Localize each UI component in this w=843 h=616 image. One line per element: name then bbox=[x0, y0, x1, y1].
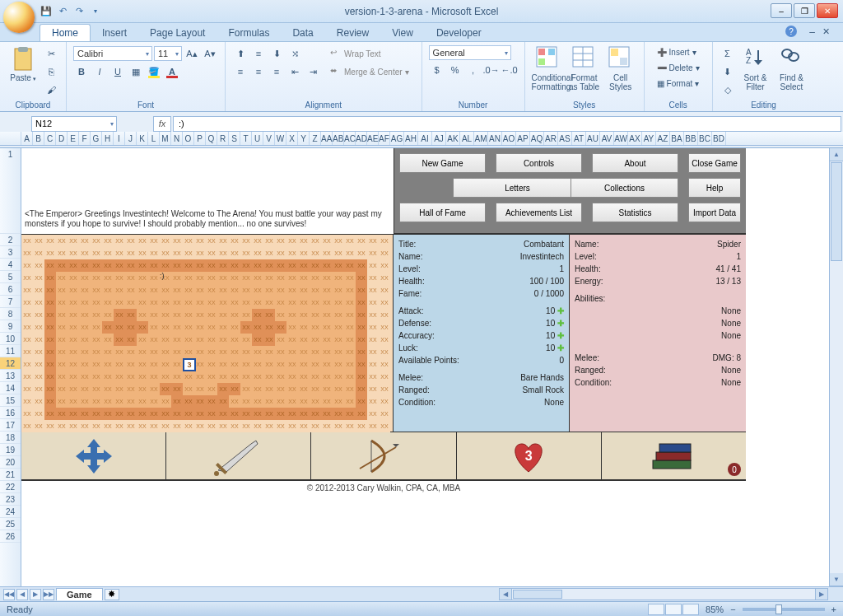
col-header[interactable]: P bbox=[194, 132, 206, 145]
row-header[interactable]: 22 bbox=[0, 481, 21, 493]
horizontal-scrollbar[interactable]: ◀ ▶ bbox=[499, 588, 828, 600]
row-header[interactable]: 24 bbox=[0, 506, 21, 518]
col-header[interactable]: AU bbox=[586, 132, 600, 145]
close-game-button[interactable]: Close Game bbox=[688, 153, 741, 173]
col-header[interactable]: AO bbox=[502, 132, 516, 145]
col-header[interactable]: AN bbox=[488, 132, 502, 145]
col-header[interactable]: AE bbox=[367, 132, 379, 145]
scroll-thumb[interactable] bbox=[831, 162, 842, 261]
row-header[interactable]: 26 bbox=[0, 530, 21, 543]
achievements-button[interactable]: Achievements List bbox=[496, 203, 582, 222]
conditional-formatting-button[interactable]: Conditional Formatting bbox=[532, 45, 565, 91]
minimize-button[interactable]: – bbox=[771, 3, 792, 18]
col-header[interactable]: AV bbox=[600, 132, 614, 145]
plus-icon[interactable]: ✚ bbox=[557, 319, 564, 328]
number-format-combo[interactable]: General bbox=[429, 45, 511, 60]
row-header[interactable]: 8 bbox=[0, 308, 21, 320]
tab-home[interactable]: Home bbox=[40, 24, 91, 41]
col-header[interactable]: O bbox=[183, 132, 194, 145]
comma-button[interactable]: , bbox=[465, 62, 482, 78]
tab-view[interactable]: View bbox=[380, 25, 425, 41]
row-header[interactable]: 3 bbox=[0, 246, 21, 259]
col-header[interactable]: F bbox=[79, 132, 91, 145]
orientation-button[interactable]: ⤭ bbox=[286, 45, 303, 62]
row-header[interactable]: 18 bbox=[0, 432, 21, 444]
row-header[interactable]: 19 bbox=[0, 444, 21, 456]
books-icon[interactable]: 0 bbox=[602, 432, 746, 479]
row-header[interactable]: 12 bbox=[0, 357, 21, 370]
col-header[interactable]: K bbox=[137, 132, 148, 145]
row-header[interactable]: 13 bbox=[0, 370, 21, 382]
col-header[interactable]: S bbox=[229, 132, 240, 145]
row-header[interactable]: 16 bbox=[0, 407, 21, 419]
col-header[interactable]: J bbox=[125, 132, 137, 145]
col-header[interactable]: M bbox=[160, 132, 171, 145]
tab-formulas[interactable]: Formulas bbox=[217, 25, 281, 41]
tab-page-layout[interactable]: Page Layout bbox=[138, 25, 217, 41]
plus-icon[interactable]: ✚ bbox=[557, 306, 564, 315]
import-data-button[interactable]: Import Data bbox=[688, 203, 741, 222]
row-header[interactable]: 14 bbox=[0, 382, 21, 394]
col-header[interactable]: AL bbox=[460, 132, 474, 145]
col-header[interactable]: X bbox=[286, 132, 298, 145]
col-header[interactable]: AC bbox=[344, 132, 356, 145]
decrease-decimal-button[interactable]: ←.0 bbox=[501, 62, 518, 78]
col-header[interactable]: AZ bbox=[656, 132, 670, 145]
maximize-button[interactable]: ❐ bbox=[794, 3, 815, 18]
row-header[interactable]: 7 bbox=[0, 296, 21, 308]
shrink-font-button[interactable]: A▾ bbox=[202, 45, 218, 62]
col-header[interactable]: AY bbox=[642, 132, 656, 145]
help-icon[interactable]: ? bbox=[785, 26, 797, 37]
col-header[interactable]: BC bbox=[698, 132, 712, 145]
decrease-indent-button[interactable]: ⇤ bbox=[286, 63, 303, 80]
bow-icon[interactable] bbox=[311, 432, 456, 479]
undo-icon[interactable]: ↶ bbox=[56, 5, 69, 18]
hscroll-thumb[interactable] bbox=[513, 590, 562, 599]
col-header[interactable]: T bbox=[240, 132, 252, 145]
grow-font-button[interactable]: A▴ bbox=[184, 45, 200, 62]
tab-developer[interactable]: Developer bbox=[425, 25, 493, 41]
percent-button[interactable]: % bbox=[447, 62, 463, 78]
increase-decimal-button[interactable]: .0→ bbox=[483, 62, 500, 78]
font-name-combo[interactable]: Calibri bbox=[73, 46, 152, 61]
align-right-button[interactable]: ≡ bbox=[268, 63, 285, 80]
zoom-slider[interactable] bbox=[743, 608, 825, 611]
font-color-button[interactable]: A bbox=[164, 63, 180, 80]
fx-button[interactable]: fx bbox=[153, 116, 171, 132]
view-break-button[interactable] bbox=[682, 604, 699, 615]
plus-icon[interactable]: ✚ bbox=[557, 343, 564, 352]
view-normal-button[interactable] bbox=[648, 604, 664, 615]
scroll-down-icon[interactable]: ▼ bbox=[830, 573, 843, 586]
col-header[interactable]: AJ bbox=[432, 132, 446, 145]
scroll-right-icon[interactable]: ▶ bbox=[815, 589, 827, 600]
clear-button[interactable]: ◇ bbox=[720, 82, 736, 98]
col-header[interactable]: AR bbox=[544, 132, 558, 145]
select-all-corner[interactable] bbox=[0, 132, 21, 145]
new-game-button[interactable]: New Game bbox=[399, 153, 486, 173]
row-header[interactable]: 9 bbox=[0, 320, 21, 333]
col-header[interactable]: U bbox=[252, 132, 263, 145]
zoom-in-button[interactable]: + bbox=[831, 604, 836, 614]
plus-icon[interactable]: ✚ bbox=[557, 331, 564, 340]
row-header[interactable]: 4 bbox=[0, 259, 21, 271]
row-header[interactable]: 25 bbox=[0, 518, 21, 530]
underline-button[interactable]: U bbox=[109, 63, 126, 80]
qat-dropdown-icon[interactable]: ▾ bbox=[89, 5, 102, 18]
statistics-button[interactable]: Statistics bbox=[592, 203, 678, 222]
find-select-button[interactable]: Find & Select bbox=[775, 45, 808, 91]
save-icon[interactable]: 💾 bbox=[40, 5, 53, 18]
row-header[interactable]: 11 bbox=[0, 345, 21, 357]
col-header[interactable]: G bbox=[91, 132, 102, 145]
col-header[interactable]: AQ bbox=[530, 132, 544, 145]
row-header[interactable]: 20 bbox=[0, 456, 21, 469]
col-header[interactable]: AA bbox=[321, 132, 333, 145]
row-header[interactable]: 15 bbox=[0, 394, 21, 407]
col-header[interactable]: AK bbox=[446, 132, 460, 145]
col-header[interactable]: AM bbox=[474, 132, 488, 145]
col-header[interactable]: AH bbox=[404, 132, 418, 145]
name-box[interactable]: N12 bbox=[31, 116, 117, 132]
row-headers[interactable]: 1234567891011121314151617181920212223242… bbox=[0, 148, 21, 586]
tab-data[interactable]: Data bbox=[281, 25, 324, 41]
col-header[interactable]: H bbox=[102, 132, 114, 145]
col-header[interactable]: AI bbox=[418, 132, 432, 145]
